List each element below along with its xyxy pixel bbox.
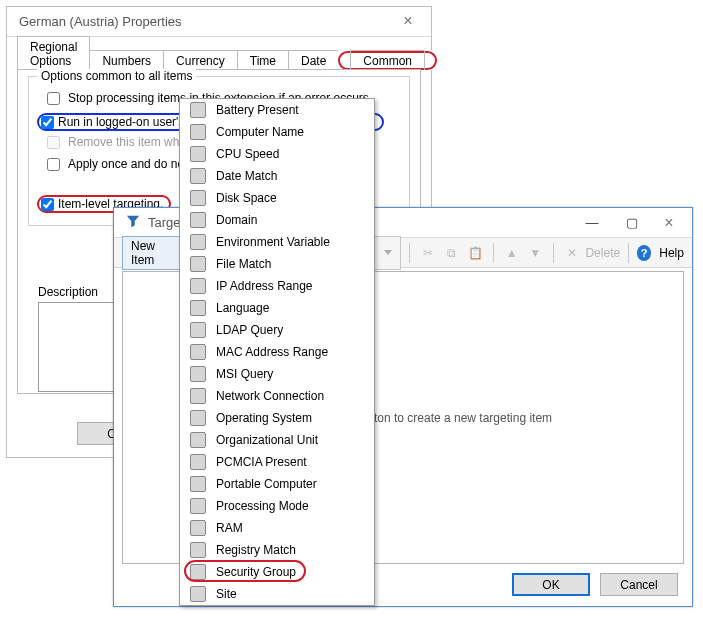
highlight-oval-common: Common	[338, 51, 437, 70]
menu-item-label: Environment Variable	[216, 235, 330, 249]
description-label: Description	[38, 285, 98, 299]
menu-item-label: Language	[216, 301, 269, 315]
checkbox-stop-processing[interactable]	[47, 92, 60, 105]
menu-item-msi-query[interactable]: MSI Query	[180, 363, 374, 385]
domain-icon	[190, 212, 206, 228]
menu-item-date-match[interactable]: Date Match	[180, 165, 374, 187]
menu-item-label: CPU Speed	[216, 147, 279, 161]
menu-item-label: Date Match	[216, 169, 277, 183]
properties-close-button[interactable]: ×	[391, 10, 425, 34]
menu-item-label: MAC Address Range	[216, 345, 328, 359]
menu-item-security-group[interactable]: Security Group Security Group	[180, 561, 374, 583]
menu-item-label: Network Connection	[216, 389, 324, 403]
disk-space-icon	[190, 190, 206, 206]
menu-item-label: MSI Query	[216, 367, 273, 381]
menu-item-domain[interactable]: Domain	[180, 209, 374, 231]
cpu-speed-icon	[190, 146, 206, 162]
date-match-icon	[190, 168, 206, 184]
cut-icon[interactable]: ✂	[418, 242, 438, 264]
te-buttons: OK Cancel	[512, 573, 678, 596]
menu-item-processing-mode[interactable]: Processing Mode	[180, 495, 374, 517]
tab-regional-options[interactable]: Regional Options	[17, 36, 90, 70]
security-group-icon	[190, 564, 206, 580]
ldap-query-icon	[190, 322, 206, 338]
move-down-icon[interactable]: ▼	[525, 242, 545, 264]
registry-match-icon	[190, 542, 206, 558]
menu-item-environment-variable[interactable]: Environment Variable	[180, 231, 374, 253]
checkbox-apply-once[interactable]	[47, 158, 60, 171]
network-connection-icon	[190, 388, 206, 404]
menu-item-label: Registry Match	[216, 543, 296, 557]
tab-currency[interactable]: Currency	[163, 50, 238, 70]
menu-item-label: Operating System	[216, 411, 312, 425]
operating-system-icon	[190, 410, 206, 426]
menu-item-label: Disk Space	[216, 191, 277, 205]
tab-time[interactable]: Time	[237, 50, 289, 70]
properties-titlebar: German (Austria) Properties ×	[7, 7, 431, 37]
tab-date[interactable]: Date	[288, 50, 339, 70]
menu-item-label: Site	[216, 587, 237, 601]
te-cancel-button[interactable]: Cancel	[600, 573, 678, 596]
toolbar-separator	[553, 243, 554, 263]
mac-address-range-icon	[190, 344, 206, 360]
menu-item-label: Battery Present	[216, 103, 299, 117]
move-up-icon[interactable]: ▲	[502, 242, 522, 264]
tab-numbers[interactable]: Numbers	[89, 50, 164, 70]
menu-item-label: Domain	[216, 213, 257, 227]
te-window-controls: — ▢ ×	[572, 211, 686, 235]
menu-item-operating-system[interactable]: Operating System	[180, 407, 374, 429]
checkbox-item-targeting[interactable]	[41, 198, 54, 211]
ip-address-range-icon	[190, 278, 206, 294]
menu-item-label: Organizational Unit	[216, 433, 318, 447]
te-maximize-button[interactable]: ▢	[612, 211, 652, 235]
menu-item-battery-present[interactable]: Battery Present	[180, 99, 374, 121]
tab-common[interactable]: Common	[338, 50, 437, 70]
toolbar-separator	[493, 243, 494, 263]
caret-down-icon	[384, 250, 392, 255]
help-label[interactable]: Help	[659, 246, 684, 260]
ram-icon	[190, 520, 206, 536]
paste-icon[interactable]: 📋	[465, 242, 485, 264]
toolbar-separator	[628, 243, 629, 263]
site-icon	[190, 586, 206, 602]
menu-item-language[interactable]: Language	[180, 297, 374, 319]
menu-item-ip-address-range[interactable]: IP Address Range	[180, 275, 374, 297]
checkbox-run-in-user[interactable]	[41, 116, 54, 129]
menu-item-label: PCMCIA Present	[216, 455, 307, 469]
delete-icon[interactable]: ✕	[562, 242, 582, 264]
toolbar-separator	[409, 243, 410, 263]
menu-item-label: Security Group	[216, 565, 296, 579]
organizational-unit-icon	[190, 432, 206, 448]
menu-item-cpu-speed[interactable]: CPU Speed	[180, 143, 374, 165]
properties-tabs: Regional Options Numbers Currency Time D…	[7, 45, 431, 69]
funnel-icon	[126, 214, 140, 231]
menu-item-site[interactable]: Site	[180, 583, 374, 605]
menu-item-pcmcia-present[interactable]: PCMCIA Present	[180, 451, 374, 473]
te-close-button[interactable]: ×	[652, 211, 686, 235]
menu-item-label: RAM	[216, 521, 243, 535]
menu-item-label: Processing Mode	[216, 499, 309, 513]
computer-name-icon	[190, 124, 206, 140]
te-minimize-button[interactable]: —	[572, 211, 612, 235]
processing-mode-icon	[190, 498, 206, 514]
help-icon[interactable]: ?	[637, 245, 651, 261]
menu-item-portable-computer[interactable]: Portable Computer	[180, 473, 374, 495]
battery-present-icon	[190, 102, 206, 118]
menu-item-ram[interactable]: RAM	[180, 517, 374, 539]
properties-title: German (Austria) Properties	[19, 14, 391, 29]
menu-item-label: LDAP Query	[216, 323, 283, 337]
menu-item-label: Computer Name	[216, 125, 304, 139]
new-item-menu: Battery PresentComputer NameCPU SpeedDat…	[179, 98, 375, 606]
te-ok-button[interactable]: OK	[512, 573, 590, 596]
menu-item-computer-name[interactable]: Computer Name	[180, 121, 374, 143]
menu-item-mac-address-range[interactable]: MAC Address Range	[180, 341, 374, 363]
menu-item-registry-match[interactable]: Registry Match	[180, 539, 374, 561]
checkbox-remove-item	[47, 136, 60, 149]
menu-item-ldap-query[interactable]: LDAP Query	[180, 319, 374, 341]
menu-item-label: IP Address Range	[216, 279, 313, 293]
menu-item-file-match[interactable]: File Match	[180, 253, 374, 275]
menu-item-network-connection[interactable]: Network Connection	[180, 385, 374, 407]
copy-icon[interactable]: ⧉	[442, 242, 462, 264]
menu-item-disk-space[interactable]: Disk Space	[180, 187, 374, 209]
menu-item-organizational-unit[interactable]: Organizational Unit	[180, 429, 374, 451]
